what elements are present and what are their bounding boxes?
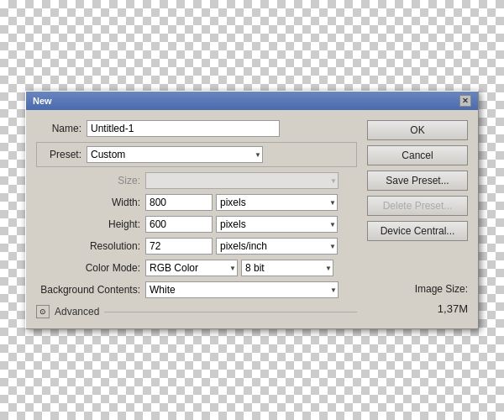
bg-contents-label: Background Contents: xyxy=(36,284,145,296)
name-input[interactable] xyxy=(87,120,280,137)
resolution-input[interactable] xyxy=(145,238,213,255)
bit-depth-select-wrapper: 8 bit 16 bit 32 bit ▼ xyxy=(241,260,333,276)
height-label: Height: xyxy=(36,218,145,230)
preset-select[interactable]: Custom Default Photoshop Size Letter Leg… xyxy=(87,146,263,163)
color-mode-row: Color Mode: Bitmap Grayscale RGB Color C… xyxy=(36,260,357,276)
width-label: Width: xyxy=(36,197,145,208)
color-mode-label: Color Mode: xyxy=(36,262,145,274)
height-unit-wrapper: pixels inches cm mm points picas ▼ xyxy=(216,216,338,233)
ok-button[interactable]: OK xyxy=(367,120,468,140)
color-mode-select[interactable]: Bitmap Grayscale RGB Color CMYK Color La… xyxy=(145,260,238,276)
dialog-body: Name: Preset: Custom Default Photoshop S… xyxy=(26,110,478,328)
color-mode-select-wrapper: Bitmap Grayscale RGB Color CMYK Color La… xyxy=(145,260,238,276)
resolution-label: Resolution: xyxy=(36,240,145,252)
image-size-label: Image Size: xyxy=(367,281,468,299)
width-input[interactable] xyxy=(145,194,213,211)
preset-select-wrapper: Custom Default Photoshop Size Letter Leg… xyxy=(87,146,263,163)
dialog-title: New xyxy=(33,96,52,106)
delete-preset-button[interactable]: Delete Preset... xyxy=(367,196,468,216)
advanced-label: Advanced xyxy=(55,306,99,318)
image-size-value: 1,37M xyxy=(367,299,468,318)
advanced-toggle-button[interactable]: ⊙ xyxy=(36,305,50,318)
preset-label: Preset: xyxy=(40,149,87,160)
size-row: Size: ▼ xyxy=(36,172,357,189)
new-document-dialog: New ✕ Name: Preset: Custom Default Photo… xyxy=(25,91,479,329)
left-panel: Name: Preset: Custom Default Photoshop S… xyxy=(36,120,357,318)
bg-contents-select[interactable]: White Background Color Transparent xyxy=(145,281,339,298)
close-button[interactable]: ✕ xyxy=(459,95,471,107)
size-select-wrapper: ▼ xyxy=(145,172,339,189)
bg-contents-select-wrapper: White Background Color Transparent ▼ xyxy=(145,281,339,298)
name-label: Name: xyxy=(36,123,87,134)
size-label: Size: xyxy=(36,175,145,186)
save-preset-button[interactable]: Save Preset... xyxy=(367,171,468,191)
width-row: Width: pixels inches cm mm points picas … xyxy=(36,194,357,211)
height-unit-select[interactable]: pixels inches cm mm points picas xyxy=(216,216,338,233)
advanced-divider xyxy=(104,312,357,312)
title-bar: New ✕ xyxy=(26,92,478,110)
bit-depth-select[interactable]: 8 bit 16 bit 32 bit xyxy=(241,260,333,276)
height-row: Height: pixels inches cm mm points picas… xyxy=(36,216,357,233)
height-input[interactable] xyxy=(145,216,213,233)
width-unit-select[interactable]: pixels inches cm mm points picas xyxy=(216,194,338,211)
width-unit-wrapper: pixels inches cm mm points picas ▼ xyxy=(216,194,338,211)
advanced-row: ⊙ Advanced xyxy=(36,305,357,318)
cancel-button[interactable]: Cancel xyxy=(367,145,468,165)
name-row: Name: xyxy=(36,120,357,137)
resolution-unit-select[interactable]: pixels/inch pixels/cm xyxy=(216,238,338,255)
right-panel: OK Cancel Save Preset... Delete Preset..… xyxy=(367,120,468,318)
size-select[interactable] xyxy=(145,172,339,189)
image-size-section: Image Size: 1,37M xyxy=(367,270,468,318)
device-central-button[interactable]: Device Central... xyxy=(367,221,468,241)
preset-row: Preset: Custom Default Photoshop Size Le… xyxy=(36,142,357,167)
resolution-row: Resolution: pixels/inch pixels/cm ▼ xyxy=(36,238,357,255)
bg-contents-row: Background Contents: White Background Co… xyxy=(36,281,357,298)
resolution-unit-wrapper: pixels/inch pixels/cm ▼ xyxy=(216,238,338,255)
